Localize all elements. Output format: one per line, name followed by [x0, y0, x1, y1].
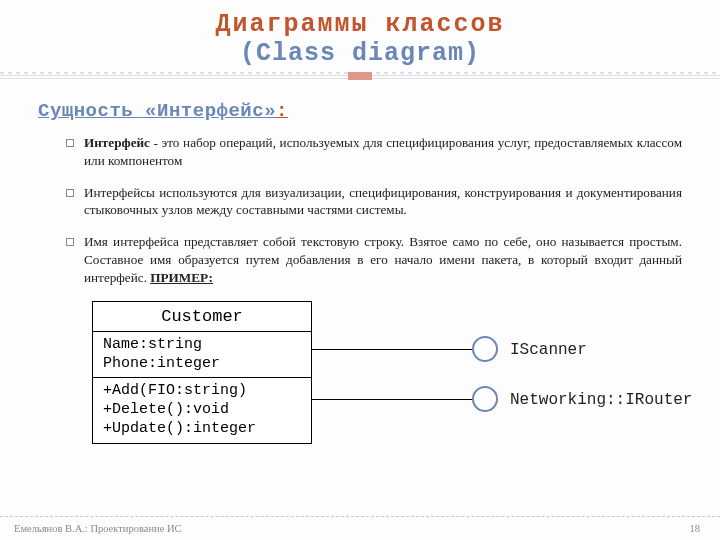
connector-line	[312, 399, 472, 400]
list-text: - это набор операций, используемых для с…	[84, 135, 682, 168]
class-box: Customer Name:string Phone:integer +Add(…	[92, 301, 312, 444]
connector-line	[312, 349, 472, 350]
class-attr: Phone:integer	[103, 355, 301, 374]
section-heading-colon: :	[276, 100, 288, 122]
class-operations: +Add(FIO:string) +Delete():void +Update(…	[93, 378, 311, 442]
interface-label-compound: Networking::IRouter	[510, 391, 692, 409]
interface-lollipop-icon	[472, 336, 498, 362]
section-heading: Сущность «Интерфейс»:	[38, 100, 682, 122]
list-item: Интерфейсы используются для визуализации…	[66, 184, 682, 220]
uml-diagram: Customer Name:string Phone:integer +Add(…	[92, 301, 682, 461]
interface-lollipop-icon	[472, 386, 498, 412]
slide-title-line1: Диаграммы классов	[0, 10, 720, 39]
class-attributes: Name:string Phone:integer	[93, 332, 311, 379]
interface-label-simple: IScanner	[510, 341, 587, 359]
class-attr: Name:string	[103, 336, 301, 355]
bullet-list: Интерфейс - это набор операций, использу…	[38, 134, 682, 287]
class-op: +Update():integer	[103, 420, 301, 439]
slide-title-line2: (Class diagram)	[0, 39, 720, 68]
example-label: ПРИМЕР:	[150, 270, 213, 285]
term-bold: Интерфейс	[84, 135, 150, 150]
slide-footer: Емельянов В.А.: Проектирование ИС 18	[0, 516, 720, 540]
page-number: 18	[690, 523, 701, 534]
class-op: +Add(FIO:string)	[103, 382, 301, 401]
section-heading-text: Сущность «Интерфейс»	[38, 100, 276, 122]
list-text: Интерфейсы используются для визуализации…	[84, 185, 682, 218]
class-name: Customer	[93, 302, 311, 332]
class-op: +Delete():void	[103, 401, 301, 420]
list-item: Интерфейс - это набор операций, использу…	[66, 134, 682, 170]
decorative-divider	[0, 72, 720, 82]
list-item: Имя интерфейса представляет собой тексто…	[66, 233, 682, 286]
accent-mark	[348, 72, 372, 80]
footer-author: Емельянов В.А.: Проектирование ИС	[14, 523, 182, 534]
